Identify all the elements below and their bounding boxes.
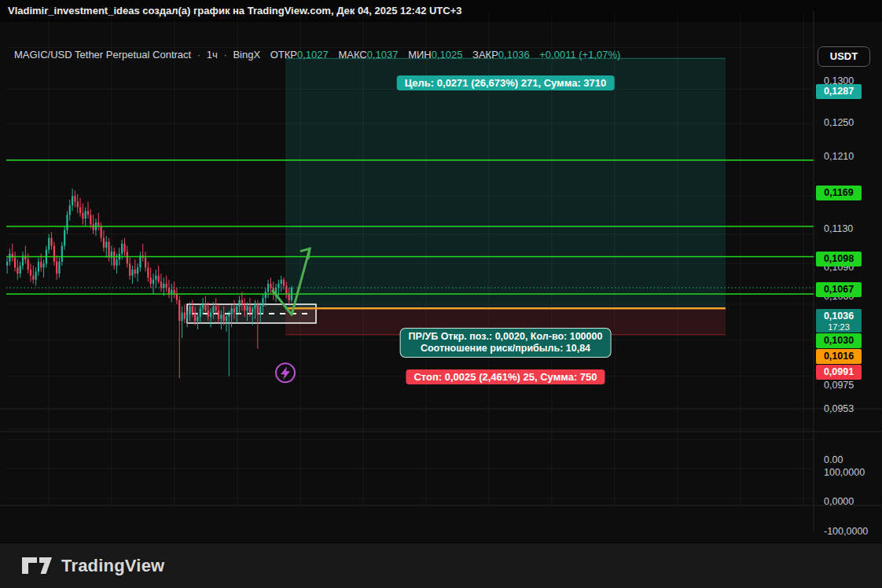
candle-body [30, 270, 31, 276]
candle-body [48, 238, 50, 250]
candle-body [233, 308, 235, 312]
candle-body [220, 314, 222, 318]
price-badge-target: 0,1287 [816, 84, 862, 99]
candle-body [265, 292, 266, 298]
candle-body [58, 262, 60, 274]
candle-body [17, 267, 18, 274]
candle-body [184, 313, 186, 319]
high-label: МАКС [338, 49, 366, 61]
open-label: ОТКР [270, 49, 297, 61]
price-badge-orange: 0,1016 [816, 349, 862, 364]
position-pnl-line2: Соотношение риск/прибыль: 10,84 [409, 343, 603, 355]
candle-body [244, 304, 245, 311]
candle-body [281, 280, 282, 284]
candle-body [42, 263, 44, 267]
candle-body [194, 313, 196, 322]
candle-body [226, 317, 227, 321]
interval-value[interactable]: 1ч [207, 49, 218, 61]
symbol-title[interactable]: MAGIC/USD Tether Perpetual Contract [14, 49, 191, 61]
candle-body [283, 280, 285, 286]
tradingview-logo-text: TradingView [61, 556, 164, 576]
candle-body [249, 307, 251, 313]
candle-body [93, 224, 94, 230]
candle-body [277, 284, 279, 288]
candle-body [270, 284, 271, 288]
candle-body [200, 308, 201, 317]
low-label: МИН [408, 49, 432, 61]
candle-body [153, 280, 154, 284]
candle-body [20, 266, 21, 274]
candle-body [238, 300, 240, 307]
price-axis-label: 0,1130 [824, 223, 853, 234]
candle-body [176, 294, 178, 300]
position-pnl-line1: ПР/УБ Откр. поз.: 0,0020, Кол-во: 100000 [409, 331, 603, 343]
high-value: 0,1037 [367, 49, 399, 61]
price-badge-level: 0,1169 [816, 186, 862, 200]
candle-body [231, 308, 233, 314]
candle-body [87, 211, 89, 215]
candle-body [204, 304, 206, 311]
candle-body [262, 298, 263, 307]
candle-body [105, 242, 107, 248]
indicator-axis-label: -100,0000 [824, 526, 868, 537]
price-axis-label: 0,0975 [824, 380, 854, 391]
candle-body [171, 290, 172, 294]
candle-body [163, 284, 164, 288]
candle-body [178, 300, 180, 322]
candle-body [77, 201, 79, 207]
candle-body [121, 244, 123, 254]
candle-body [123, 244, 125, 252]
candle-body [69, 205, 71, 215]
candle-body [127, 252, 128, 263]
candle-body [56, 262, 57, 274]
candle-body [32, 276, 34, 280]
price-badge-level: 0,1098 [816, 252, 862, 266]
candle-body [173, 290, 175, 294]
candle-body [168, 288, 170, 294]
candle-body [241, 300, 243, 304]
indicator-axis-label: 0,0000 [824, 496, 854, 507]
candle-body [223, 314, 225, 321]
candle-body [14, 258, 16, 268]
candle-body [158, 276, 160, 282]
candle-body [85, 211, 86, 219]
candle-body [212, 307, 214, 313]
price-axis-label: 0,1210 [824, 151, 854, 162]
exchange-name[interactable]: BingX [233, 49, 260, 61]
candle-body [103, 238, 105, 248]
candle-body [208, 311, 209, 317]
candle-body [254, 304, 255, 308]
candle-body [259, 307, 261, 315]
low-value: 0,1025 [432, 49, 463, 61]
legend-separator: · [223, 49, 226, 61]
long-position-profit-zone[interactable] [285, 58, 726, 308]
footer-bar: TradingView [0, 542, 882, 588]
symbol-legend[interactable]: MAGIC/USD Tether Perpetual Contract · 1ч… [14, 49, 620, 61]
candle-body [160, 281, 162, 288]
change-value: +0,0011 (+1,07%) [539, 49, 620, 61]
candle-body [145, 258, 146, 268]
chart-pane[interactable]: MAGIC/USD Tether Perpetual Contract · 1ч… [0, 22, 882, 542]
candle-body [79, 208, 81, 213]
candle-body [202, 304, 204, 308]
position-stop-label[interactable]: Стоп: 0,0025 (2,461%) 25, Сумма: 750 [406, 369, 605, 384]
position-target-label[interactable]: Цель: 0,0271 (26,673%) 271, Сумма: 3710 [397, 75, 615, 90]
currency-button[interactable]: USDT [818, 46, 870, 67]
candle-body [189, 307, 190, 315]
candle-body [236, 307, 237, 313]
candle-body [50, 238, 52, 246]
candle-body [28, 259, 29, 270]
indicator-axis-label: 100,0000 [824, 467, 865, 478]
candle-body [285, 286, 287, 294]
price-badge-red: 0,0991 [816, 365, 862, 380]
position-pnl-label[interactable]: ПР/УБ Откр. поз.: 0,0020, Кол-во: 100000… [400, 328, 612, 358]
candle-body [134, 270, 136, 274]
candle-body [101, 226, 102, 238]
candle-body [129, 263, 130, 275]
candle-body [35, 271, 37, 279]
candle-body [257, 304, 259, 314]
candle-body [215, 307, 217, 311]
price-axis-label: 0,0953 [824, 403, 854, 414]
candle-body [192, 307, 193, 313]
candle-body [166, 284, 167, 288]
